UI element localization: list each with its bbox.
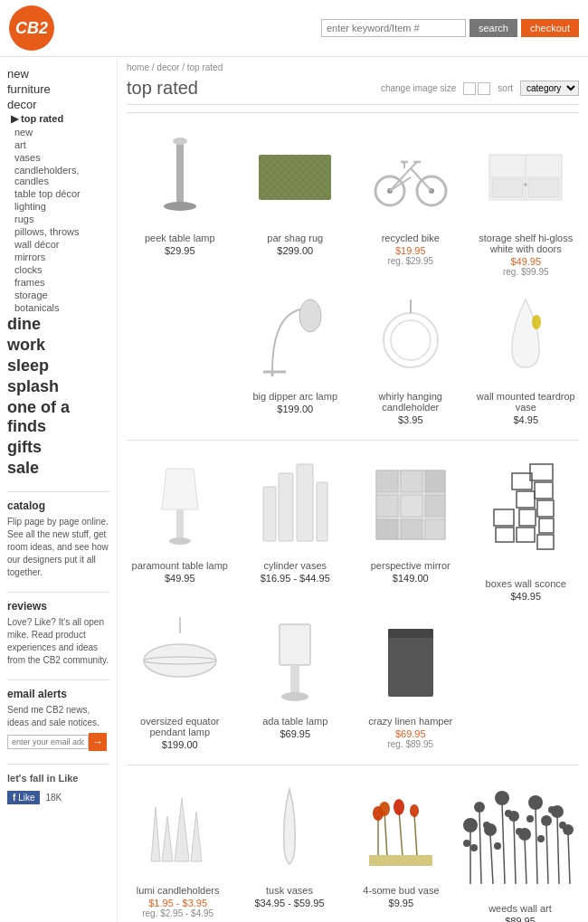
product-section-3: lumi candleholders $1.95 - $3.95 reg. $2… [127,765,579,922]
svg-rect-35 [279,473,293,541]
search-input[interactable] [321,19,466,37]
breadcrumb-decor[interactable]: decor [156,62,179,72]
facebook-like-button[interactable]: f Like [7,791,40,804]
product-name-peek-table-lamp: peek table lamp [145,233,215,243]
sidebar-item-frames[interactable]: frames [7,276,109,289]
product-item-pendant-lamp[interactable]: oversized equator pendant lamp $199.00 [127,611,233,750]
email-input[interactable] [7,735,89,749]
product-item-cylinder-vases[interactable]: cylinder vases $16.95 - $44.95 [242,455,349,602]
product-item-perspective-mirror[interactable]: perspective mirror $149.00 [357,455,464,602]
product-item-tusk-vases[interactable]: tusk vases $34.95 - $59.95 [238,780,340,922]
cylinder-vases-svg [259,460,331,550]
sidebar-item-botanicals[interactable]: botanicals [7,301,109,314]
sidebar-item-candleholders[interactable]: candleholders, candles [7,164,109,187]
product-name-par-shag-rug: par shag rug [267,233,323,243]
ada-lamp-svg [263,615,327,706]
svg-rect-43 [401,495,422,517]
sidebar-item-mirrors[interactable]: mirrors [7,251,109,263]
svg-point-60 [144,644,216,677]
breadcrumb-home[interactable]: home [127,62,149,72]
sidebar-item-art[interactable]: art [7,138,109,151]
product-image-peek-table-lamp [127,128,233,227]
svg-marker-70 [191,812,202,861]
product-name-cylinder-vases: cylinder vases [263,560,327,571]
product-item-par-shag-rug[interactable]: par shag rug $299.00 [242,128,349,277]
par-shag-rug-svg [254,146,336,209]
svg-rect-47 [425,519,445,539]
logo[interactable]: CB2 [9,5,54,51]
product-item-weeds-wall-art[interactable]: weeds wall art $89.95 [461,780,579,922]
email-submit-button[interactable]: → [89,733,107,751]
sidebar-item-storage[interactable]: storage [7,289,109,301]
svg-point-77 [394,799,404,815]
grid4-icon[interactable] [463,82,476,95]
svg-rect-37 [317,482,327,541]
svg-point-78 [410,804,419,817]
change-image-size-label: change image size [381,83,456,93]
sidebar-item-pillows[interactable]: pillows, throws [7,225,109,238]
email-alerts-title: email alerts [7,688,109,700]
product-item-recycled-bike[interactable]: recycled bike $19.95 reg. $29.95 [357,128,464,277]
sidebar-item-new[interactable]: new [7,66,109,81]
sidebar-item-vases[interactable]: vases [7,151,109,164]
search-button[interactable]: search [469,19,517,37]
checkout-button[interactable]: checkout [521,19,579,37]
svg-point-81 [463,818,478,832]
sort-select[interactable]: category [520,81,579,96]
product-item-arc-lamp[interactable]: big dipper arc lamp $199.00 [242,286,349,425]
svg-line-84 [490,834,493,884]
svg-line-90 [525,839,526,884]
sidebar-item-splash[interactable]: splash [7,376,109,397]
sidebar-item-furniture[interactable]: furniture [7,81,109,97]
like-count: 18K [45,793,62,803]
product-name-paramount-lamp: paramount table lamp [132,560,228,571]
sidebar-item-top-rated[interactable]: ▶ top rated [7,112,109,126]
sidebar-item-dine[interactable]: dine [7,314,109,335]
svg-rect-54 [519,509,536,526]
product-item-storage-shelf[interactable]: storage shelf hi-gloss white with doors … [473,128,580,277]
svg-point-107 [537,835,545,842]
top-controls: change image size sort category [381,81,579,96]
product-item-teardrop-vase[interactable]: wall mounted teardrop vase $4.95 [473,286,580,425]
product-item-bud-vase[interactable]: 4-some bud vase $9.95 [350,780,452,922]
sidebar-item-decor[interactable]: decor [7,97,109,112]
sidebar-item-sleep[interactable]: sleep [7,356,109,376]
product-image-par-shag-rug [242,128,349,227]
svg-rect-44 [425,495,445,517]
sidebar-item-work[interactable]: work [7,335,109,356]
svg-point-101 [470,844,478,851]
sidebar-item-clocks[interactable]: clocks [7,263,109,276]
sidebar-item-one-of-a-finds[interactable]: one of a finds [7,397,109,437]
sidebar-item-wall-decor[interactable]: wall décor [7,238,109,251]
product-name-boxes-sconce: boxes wall sconce [486,578,566,589]
product-name-perspective-mirror: perspective mirror [371,560,450,571]
svg-point-30 [532,315,541,329]
product-item-lumi-candleholders[interactable]: lumi candleholders $1.95 - $3.95 reg. $2… [127,780,229,922]
svg-rect-50 [537,500,554,517]
sidebar-item-rugs[interactable]: rugs [7,213,109,225]
svg-point-2 [173,138,187,145]
search-area: search checkout [321,19,579,37]
svg-rect-53 [494,509,514,526]
catalog-title: catalog [7,499,109,512]
sidebar-item-sale[interactable]: sale [7,458,109,479]
sidebar-item-gifts[interactable]: gifts [7,437,109,458]
product-item-hamper[interactable]: crazy linen hamper $69.95 reg. $89.95 [357,611,464,750]
svg-marker-31 [162,469,198,509]
weeds-wall-art-svg [461,784,579,893]
product-reg-recycled-bike: reg. $29.95 [387,256,433,266]
product-item-peek-table-lamp[interactable]: peek table lamp $29.95 [127,128,233,277]
like-title: let's fall in Like [7,772,109,785]
product-item-paramount-lamp[interactable]: paramount table lamp $49.95 [127,455,233,602]
grid2-icon[interactable] [478,82,490,95]
product-image-candleholder [357,286,464,385]
sidebar-item-table-top[interactable]: table top décor [7,187,109,200]
product-item-candleholder[interactable]: whirly hanging candleholder $3.95 [357,286,464,425]
svg-rect-62 [280,624,310,665]
product-item-boxes-sconce[interactable]: boxes wall sconce $49.95 [473,455,580,602]
sidebar-item-lighting[interactable]: lighting [7,200,109,213]
product-item-ada-lamp[interactable]: ada table lamp $69.95 [242,611,349,750]
svg-rect-22 [528,179,559,197]
sidebar-item-decor-new[interactable]: new [7,126,109,138]
product-price-paramount-lamp: $49.95 [165,573,195,584]
